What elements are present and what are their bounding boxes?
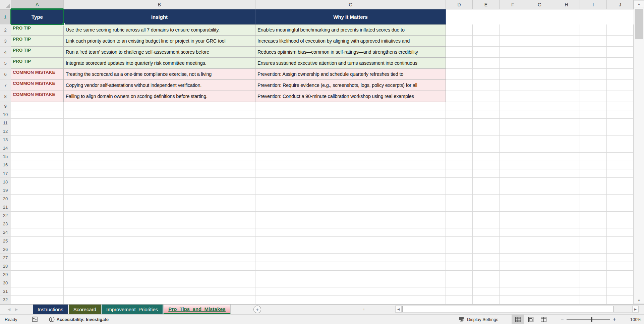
empty-cell[interactable]: [473, 237, 500, 245]
empty-cell[interactable]: [553, 153, 580, 161]
empty-cell[interactable]: [526, 36, 553, 47]
cell-insight[interactable]: Use the same scoring rubric across all 7…: [64, 24, 255, 36]
empty-cell[interactable]: [500, 36, 526, 47]
empty-cell[interactable]: [446, 279, 473, 287]
empty-cell[interactable]: [64, 262, 255, 270]
cell-type[interactable]: PRO TIP: [11, 36, 64, 47]
empty-cell[interactable]: [11, 169, 64, 178]
empty-cell[interactable]: [64, 212, 255, 220]
empty-cell[interactable]: [500, 262, 526, 270]
empty-cell[interactable]: [473, 212, 500, 220]
empty-cell[interactable]: [255, 119, 446, 127]
empty-cell[interactable]: [473, 245, 500, 254]
empty-cell[interactable]: [580, 127, 607, 136]
empty-cell[interactable]: [553, 262, 580, 270]
empty-cell[interactable]: [607, 153, 634, 161]
empty-cell[interactable]: [580, 144, 607, 153]
empty-cell[interactable]: [255, 102, 446, 110]
empty-cell[interactable]: [607, 195, 634, 203]
empty-cell[interactable]: [473, 119, 500, 127]
cell-insight[interactable]: Copying vendor self-attestations without…: [64, 80, 255, 91]
empty-cell[interactable]: [446, 36, 473, 47]
empty-cell[interactable]: [64, 110, 255, 119]
empty-cell[interactable]: [446, 271, 473, 279]
cell-b1-insight-header[interactable]: Insight: [64, 9, 255, 24]
empty-cell[interactable]: [255, 245, 446, 254]
empty-cell[interactable]: [446, 47, 473, 58]
empty-cell[interactable]: [446, 110, 473, 119]
empty-cell[interactable]: [526, 195, 553, 203]
empty-cell[interactable]: [64, 279, 255, 287]
empty-cell[interactable]: [580, 237, 607, 245]
row-header-5[interactable]: 5: [0, 58, 11, 69]
empty-cell[interactable]: [64, 153, 255, 161]
empty-cell[interactable]: [500, 296, 526, 304]
empty-cell[interactable]: [446, 287, 473, 296]
tab-scroll-right-icon[interactable]: ▶: [13, 305, 20, 314]
empty-cell[interactable]: [580, 110, 607, 119]
empty-cell[interactable]: [64, 296, 255, 304]
empty-cell[interactable]: [607, 144, 634, 153]
empty-cell[interactable]: [500, 271, 526, 279]
empty-cell[interactable]: [607, 80, 634, 91]
empty-cell[interactable]: [553, 136, 580, 144]
empty-cell[interactable]: [500, 237, 526, 245]
empty-cell[interactable]: [580, 254, 607, 262]
empty-cell[interactable]: [11, 127, 64, 136]
cell-why[interactable]: Reduces optimism bias—common in self-rat…: [255, 47, 446, 58]
empty-cell[interactable]: [446, 80, 473, 91]
empty-cell[interactable]: [553, 212, 580, 220]
cell-why[interactable]: Ensures sustained executive attention an…: [255, 58, 446, 69]
empty-cell[interactable]: [526, 262, 553, 270]
tab-scorecard[interactable]: Scorecard: [69, 305, 101, 314]
row-header-12[interactable]: 12: [0, 127, 11, 136]
empty-cell[interactable]: [553, 91, 580, 102]
empty-cell[interactable]: [64, 169, 255, 178]
empty-cell[interactable]: [473, 127, 500, 136]
empty-cell[interactable]: [473, 153, 500, 161]
tab-instructions[interactable]: Instructions: [33, 305, 68, 314]
empty-cell[interactable]: [473, 144, 500, 153]
empty-cell[interactable]: [580, 220, 607, 228]
empty-cell[interactable]: [11, 296, 64, 304]
row-header-27[interactable]: 27: [0, 254, 11, 262]
zoom-slider-handle[interactable]: [591, 317, 592, 322]
empty-cell[interactable]: [64, 144, 255, 153]
vertical-scrollbar[interactable]: ▲ ▼: [634, 0, 644, 304]
empty-cell[interactable]: [526, 127, 553, 136]
empty-cell[interactable]: [526, 203, 553, 212]
empty-cell[interactable]: [553, 287, 580, 296]
empty-cell[interactable]: [553, 178, 580, 186]
empty-cell[interactable]: [64, 178, 255, 186]
empty-cell[interactable]: [607, 228, 634, 237]
empty-cell[interactable]: [500, 279, 526, 287]
row-header-28[interactable]: 28: [0, 262, 11, 270]
empty-cell[interactable]: [11, 110, 64, 119]
empty-cell[interactable]: [255, 228, 446, 237]
empty-cell[interactable]: [553, 254, 580, 262]
accessibility-status[interactable]: Accessibility: Investigate: [49, 317, 109, 322]
display-settings-button[interactable]: Display Settings: [459, 317, 498, 322]
empty-cell[interactable]: [64, 228, 255, 237]
empty-cell[interactable]: [64, 136, 255, 144]
empty-cell[interactable]: [64, 161, 255, 169]
empty-cell[interactable]: [473, 80, 500, 91]
empty-cell[interactable]: [553, 228, 580, 237]
cell-why[interactable]: Prevention: Assign ownership and schedul…: [255, 69, 446, 80]
empty-cell[interactable]: [580, 228, 607, 237]
empty-cell[interactable]: [553, 195, 580, 203]
empty-cell[interactable]: [446, 102, 473, 110]
empty-cell[interactable]: [473, 47, 500, 58]
empty-cell[interactable]: [526, 58, 553, 69]
empty-cell[interactable]: [11, 254, 64, 262]
empty-cell[interactable]: [473, 102, 500, 110]
empty-cell[interactable]: [580, 47, 607, 58]
empty-cell[interactable]: [446, 254, 473, 262]
tab-pro-tips-and-mistakes[interactable]: Pro_Tips_and_Mistakes: [163, 305, 231, 314]
normal-view-button[interactable]: [512, 315, 524, 324]
empty-cell[interactable]: [446, 195, 473, 203]
empty-cell[interactable]: [473, 69, 500, 80]
row-header-20[interactable]: 20: [0, 195, 11, 203]
empty-cell[interactable]: [255, 195, 446, 203]
empty-cell[interactable]: [580, 279, 607, 287]
